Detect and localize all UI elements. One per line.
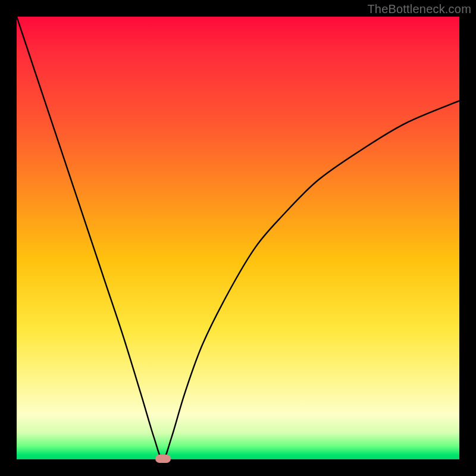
chart-frame: TheBottleneck.com (0, 0, 476, 476)
bottleneck-curve (17, 17, 459, 459)
chart-curve-layer (17, 17, 459, 459)
optimal-point-marker (155, 455, 171, 463)
watermark-text: TheBottleneck.com (367, 2, 471, 16)
